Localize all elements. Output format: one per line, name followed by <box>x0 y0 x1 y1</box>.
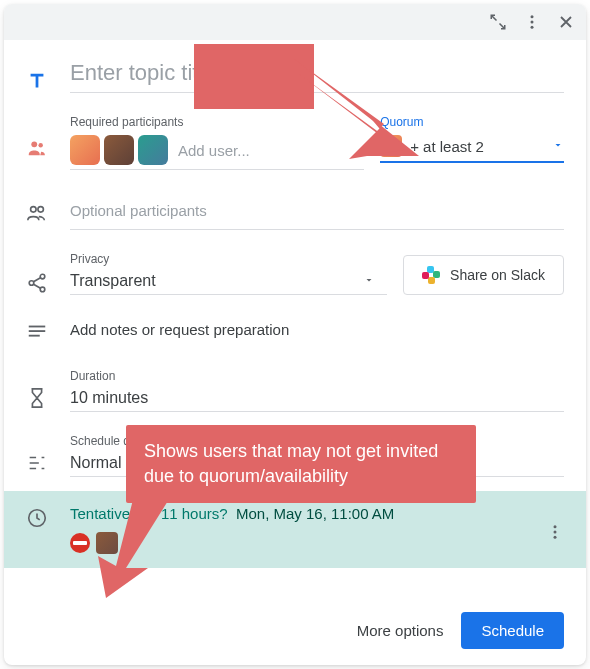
text-icon <box>26 54 70 92</box>
privacy-select[interactable]: Transparent <box>70 268 387 295</box>
tentative-block: Tentatively in 11 hours? Mon, May 16, 11… <box>4 491 586 568</box>
add-user-placeholder: Add user... <box>178 142 250 159</box>
do-not-enter-icon <box>70 533 90 553</box>
share-on-slack-button[interactable]: Share on Slack <box>403 255 564 295</box>
notes-input[interactable]: Add notes or request preparation <box>70 317 564 338</box>
avatar <box>380 135 402 157</box>
urgency-select[interactable]: Normal urgency <box>70 450 564 477</box>
tentative-text: Tentatively in 11 hours? Mon, May 16, 11… <box>70 505 530 522</box>
topic-row: Enter topic title <box>26 54 564 93</box>
clock-icon <box>26 505 70 529</box>
duration-select[interactable]: 10 minutes <box>70 385 564 412</box>
privacy-row: Privacy Transparent Share on Slack <box>26 252 564 295</box>
duration-row: Duration 10 minutes <box>26 369 564 412</box>
quorum-select[interactable]: + at least 2 <box>380 131 564 163</box>
notes-icon <box>26 317 70 343</box>
people-icon <box>26 115 70 159</box>
optional-row: Optional participants <box>26 192 564 230</box>
svg-rect-10 <box>29 326 46 328</box>
avatar[interactable] <box>70 135 100 165</box>
quorum-value: + at least 2 <box>410 138 484 155</box>
more-vert-icon[interactable] <box>522 12 542 32</box>
titlebar <box>4 4 586 40</box>
hourglass-icon <box>26 369 70 409</box>
avatar[interactable] <box>104 135 134 165</box>
slack-icon <box>422 266 440 284</box>
topic-input[interactable]: Enter topic title <box>70 54 564 93</box>
priority-icon <box>26 434 70 474</box>
svg-point-5 <box>31 207 36 213</box>
svg-point-9 <box>40 287 45 292</box>
quorum-label: Quorum <box>380 115 564 129</box>
svg-point-7 <box>40 274 45 279</box>
duration-label: Duration <box>70 369 564 383</box>
required-row: Required participants Add user... Quorum… <box>26 115 564 170</box>
urgency-row: Schedule duration Normal urgency <box>26 434 564 477</box>
svg-point-0 <box>531 15 534 18</box>
svg-point-2 <box>531 26 534 29</box>
svg-point-4 <box>38 143 42 147</box>
excluded-avatars <box>70 532 530 554</box>
close-icon[interactable] <box>556 12 576 32</box>
expand-icon[interactable] <box>488 12 508 32</box>
avatar[interactable] <box>96 532 118 554</box>
avatar[interactable] <box>138 135 168 165</box>
more-vert-icon[interactable] <box>546 505 564 545</box>
svg-rect-12 <box>29 335 40 337</box>
optional-input[interactable]: Optional participants <box>70 192 564 230</box>
svg-point-14 <box>554 525 557 528</box>
required-label: Required participants <box>70 115 364 129</box>
svg-point-15 <box>554 531 557 534</box>
slack-label: Share on Slack <box>450 267 545 283</box>
notes-row: Add notes or request preparation <box>26 317 564 343</box>
svg-point-1 <box>531 21 534 24</box>
svg-point-6 <box>38 207 43 213</box>
chevron-down-icon <box>363 272 387 290</box>
more-options-link[interactable]: More options <box>357 622 444 639</box>
share-icon <box>26 252 70 294</box>
svg-rect-11 <box>29 330 46 332</box>
footer: More options Schedule <box>4 596 586 665</box>
schedule-button[interactable]: Schedule <box>461 612 564 649</box>
chevron-down-icon <box>552 137 564 155</box>
svg-point-8 <box>29 281 34 286</box>
privacy-value: Transparent <box>70 272 156 290</box>
content-area: Enter topic title Required participants … <box>4 40 586 596</box>
svg-point-16 <box>554 536 557 539</box>
svg-point-3 <box>31 141 37 147</box>
urgency-label: Schedule duration <box>70 434 564 448</box>
dialog-card: Enter topic title Required participants … <box>4 4 586 665</box>
privacy-label: Privacy <box>70 252 387 266</box>
people-outline-icon <box>26 192 70 224</box>
required-participants-input[interactable]: Add user... <box>70 131 364 170</box>
